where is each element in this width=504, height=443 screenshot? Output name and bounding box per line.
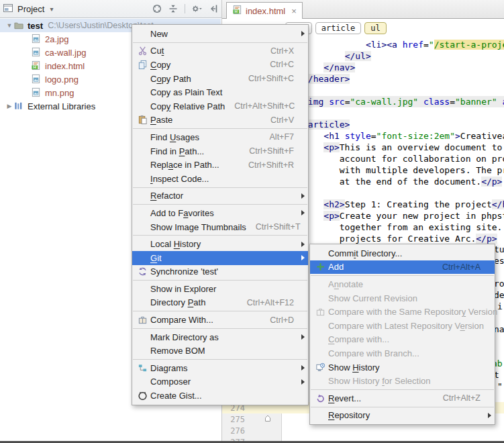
git-submenu-item-show-history[interactable]: Show History xyxy=(310,360,495,375)
breadcrumb-ul[interactable]: ul xyxy=(364,22,386,34)
context-menu-item-mark-directory-as[interactable]: Mark Directory as xyxy=(132,330,308,344)
git-submenu-item-revert[interactable]: Revert...Ctrl+Alt+Z xyxy=(310,391,495,405)
context-menu-item-local-history[interactable]: Local History xyxy=(132,237,308,251)
menu-separator xyxy=(133,311,307,311)
menu-item-label: Refactor xyxy=(150,191,183,201)
history-icon xyxy=(313,362,328,373)
gist-icon xyxy=(135,391,150,401)
line-number-276: 276 xyxy=(222,426,245,436)
git-submenu-item-add[interactable]: AddCtrl+Alt+A xyxy=(310,260,495,275)
context-menu-item-replace-in-path[interactable]: Replace in Path...Ctrl+Shift+R xyxy=(132,158,308,172)
menu-item-shortcut: Alt+F7 xyxy=(260,132,294,142)
phpstorm-window: Project ▾ ▼testC:\Users\Justin\Desktop\t… xyxy=(0,0,504,443)
project-dropdown-caret[interactable]: ▾ xyxy=(50,5,53,13)
menu-separator xyxy=(133,204,307,205)
hide-panel-icon[interactable] xyxy=(207,3,219,15)
expand-arrow-icon[interactable]: ▶ xyxy=(5,103,13,109)
collapse-all-icon[interactable] xyxy=(167,3,179,15)
menu-item-label: Compare with... xyxy=(328,334,389,344)
menu-item-label: Compare with Latest Repository Version xyxy=(328,321,484,331)
git-submenu-item-compare-with-the-same-repository-version: Compare with the Same Repository Version xyxy=(310,305,495,319)
menu-item-label: Find in Path... xyxy=(150,146,204,156)
code-line-17: together from an existing site. Th xyxy=(303,222,504,233)
project-panel-header: Project ▾ xyxy=(0,0,221,18)
context-menu-item-new[interactable]: New xyxy=(132,27,308,41)
context-menu-item-copy-relative-path[interactable]: Copy Relative PathCtrl+Alt+Shift+C xyxy=(132,99,308,113)
fold-marker-icon[interactable] xyxy=(264,414,272,424)
context-menu-item-paste[interactable]: PasteCtrl+V xyxy=(132,113,308,128)
root-name: test xyxy=(28,21,43,31)
submenu-arrow-icon xyxy=(297,365,305,371)
git-submenu-item-commit-directory[interactable]: Commit Directory... xyxy=(310,246,495,260)
compare-disabled-icon xyxy=(313,307,328,317)
menu-item-shortcut: Ctrl+Alt+F12 xyxy=(238,298,294,307)
menu-item-label: Cut xyxy=(150,46,164,56)
file-name: logo.png xyxy=(45,75,79,85)
context-menu-item-copy-path[interactable]: Copy PathCtrl+Shift+C xyxy=(132,72,308,86)
code-line-1: <li><a href="/start-a-project" xyxy=(303,39,504,50)
code-fragment: na xyxy=(494,324,504,334)
context-menu-item-copy-as-plain-text[interactable]: Copy as Plain Text xyxy=(132,85,308,99)
submenu-arrow-icon xyxy=(297,242,305,247)
menu-separator xyxy=(311,275,494,276)
code-fragment: " xyxy=(497,381,503,391)
menu-separator xyxy=(133,359,307,360)
code-line-12: with multiple developers. The proc xyxy=(303,164,504,176)
context-menu-item-find-in-path[interactable]: Find in Path...Ctrl+Shift+F xyxy=(132,144,308,158)
context-menu-item-git[interactable]: Git xyxy=(132,251,308,265)
menu-separator xyxy=(133,280,307,281)
code-fragment: ro xyxy=(494,279,504,289)
context-menu-item-remove-bom[interactable]: Remove BOM xyxy=(132,344,308,358)
menu-separator xyxy=(311,389,494,390)
code-fragment: i xyxy=(497,301,503,311)
context-menu-item-show-image-thumbnails[interactable]: Show Image ThumbnailsCtrl+Shift+T xyxy=(132,220,308,234)
menu-item-label: Mark Directory as xyxy=(150,332,219,342)
code-fragment: de xyxy=(494,290,504,300)
context-menu-item-diagrams[interactable]: Diagrams xyxy=(132,361,308,375)
code-line-18: projects for Creative Arc.</p> xyxy=(303,233,497,244)
menu-item-shortcut: Ctrl+Shift+R xyxy=(239,160,294,170)
context-menu-item-refactor[interactable]: Refactor xyxy=(132,189,308,203)
context-menu-item-composer[interactable]: Composer xyxy=(132,375,308,389)
menu-item-label: Show Current Revision xyxy=(328,293,417,303)
menu-item-shortcut: Ctrl+C xyxy=(260,60,294,69)
context-menu-item-compare-with[interactable]: Compare With...Ctrl+D xyxy=(132,313,308,327)
menu-item-label: Revert... xyxy=(328,393,361,403)
menu-item-label: Copy Path xyxy=(150,74,191,84)
add-icon xyxy=(313,262,328,272)
menu-item-label: Directory Path xyxy=(150,297,205,307)
menu-item-shortcut: Ctrl+Alt+Z xyxy=(434,393,481,403)
editor-tab-bar: H index.html × xyxy=(222,0,504,19)
context-menu-item-cut[interactable]: CutCtrl+X xyxy=(132,44,308,58)
context-menu-item-copy[interactable]: CopyCtrl+C xyxy=(132,58,308,72)
collapse-arrow-icon[interactable]: ▼ xyxy=(5,22,13,29)
context-menu-item-create-gist[interactable]: Create Gist... xyxy=(132,389,308,403)
folder-icon xyxy=(13,20,25,31)
image-file-icon xyxy=(31,87,42,98)
submenu-arrow-icon xyxy=(297,193,305,199)
project-tool-icon xyxy=(3,3,13,15)
menu-item-shortcut: Ctrl+V xyxy=(261,115,294,125)
breadcrumb-article[interactable]: article xyxy=(315,22,362,34)
git-submenu-item-repository[interactable]: Repository xyxy=(310,409,495,423)
context-menu-item-directory-path[interactable]: Directory PathCtrl+Alt+F12 xyxy=(132,296,308,310)
submenu-arrow-icon xyxy=(297,31,305,36)
menu-item-shortcut: Ctrl+Shift+T xyxy=(246,222,301,232)
image-file-icon xyxy=(31,47,42,58)
menu-item-label: Show Image Thumbnails xyxy=(150,222,246,232)
context-menu-item-inspect-code[interactable]: Inspect Code... xyxy=(132,172,308,186)
context-menu-item-show-in-explorer[interactable]: Show in Explorer xyxy=(132,282,308,296)
context-menu-item-add-to-favorites[interactable]: Add to Favorites xyxy=(132,206,308,220)
menu-item-label: Copy Relative Path xyxy=(150,101,225,111)
tab-index-html[interactable]: H index.html × xyxy=(226,2,303,19)
code-line-6: <img src="ca-wall.jpg" class="banner" al… xyxy=(303,96,504,107)
context-menu: NewCutCtrl+XCopyCtrl+CCopy PathCtrl+Shif… xyxy=(132,24,309,405)
locate-icon[interactable] xyxy=(151,3,162,15)
context-menu-item-find-usages[interactable]: Find UsagesAlt+F7 xyxy=(132,130,308,144)
context-menu-item-synchronize-test[interactable]: Synchronize 'test' xyxy=(132,265,308,279)
menu-item-label: Git xyxy=(150,253,162,263)
tab-close-icon[interactable]: × xyxy=(291,6,297,16)
settings-gear-icon[interactable] xyxy=(191,3,203,15)
code-line-9: <h1 style="font-size:2em">Creativearc xyxy=(303,130,504,142)
paste-icon xyxy=(135,115,150,125)
